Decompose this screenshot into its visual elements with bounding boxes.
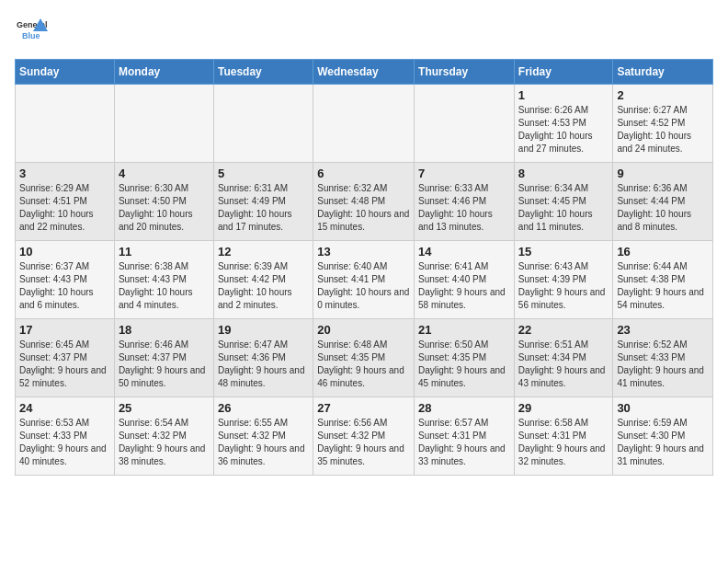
day-number: 21 [418,323,510,337]
day-info: Sunrise: 6:58 AM Sunset: 4:31 PM Dayligh… [518,417,609,468]
calendar-cell: 15Sunrise: 6:43 AM Sunset: 4:39 PM Dayli… [514,241,613,319]
calendar-week-row: 3Sunrise: 6:29 AM Sunset: 4:51 PM Daylig… [16,163,713,241]
day-info: Sunrise: 6:55 AM Sunset: 4:32 PM Dayligh… [218,417,309,468]
day-info: Sunrise: 6:30 AM Sunset: 4:50 PM Dayligh… [119,182,210,234]
calendar-week-row: 24Sunrise: 6:53 AM Sunset: 4:33 PM Dayli… [16,397,713,476]
day-info: Sunrise: 6:54 AM Sunset: 4:32 PM Dayligh… [119,417,210,468]
day-number: 17 [19,323,110,337]
day-number: 20 [317,323,410,337]
day-number: 28 [418,401,510,415]
day-number: 8 [518,167,609,180]
day-number: 13 [317,245,410,259]
day-number: 24 [19,401,110,415]
calendar-cell: 12Sunrise: 6:39 AM Sunset: 4:42 PM Dayli… [213,241,313,319]
day-number: 2 [617,88,709,102]
calendar-table: SundayMondayTuesdayWednesdayThursdayFrid… [15,59,713,476]
day-number: 5 [218,167,309,180]
day-info: Sunrise: 6:29 AM Sunset: 4:51 PM Dayligh… [19,182,110,234]
calendar-cell: 14Sunrise: 6:41 AM Sunset: 4:40 PM Dayli… [415,241,515,319]
calendar-cell [213,85,313,163]
calendar-cell: 17Sunrise: 6:45 AM Sunset: 4:37 PM Dayli… [16,319,115,397]
calendar-cell: 27Sunrise: 6:56 AM Sunset: 4:32 PM Dayli… [313,397,415,476]
day-number: 4 [119,167,210,180]
header-friday: Friday [514,60,613,85]
calendar-cell: 6Sunrise: 6:32 AM Sunset: 4:48 PM Daylig… [313,163,415,241]
day-number: 7 [418,167,510,180]
header-thursday: Thursday [415,60,515,85]
header-wednesday: Wednesday [313,60,415,85]
day-info: Sunrise: 6:56 AM Sunset: 4:32 PM Dayligh… [317,417,410,468]
calendar-week-row: 1Sunrise: 6:26 AM Sunset: 4:53 PM Daylig… [16,85,713,163]
day-info: Sunrise: 6:53 AM Sunset: 4:33 PM Dayligh… [19,417,110,468]
day-number: 30 [617,401,709,415]
day-info: Sunrise: 6:45 AM Sunset: 4:37 PM Dayligh… [19,339,110,390]
day-info: Sunrise: 6:32 AM Sunset: 4:48 PM Dayligh… [317,182,410,234]
day-number: 3 [19,167,110,180]
day-info: Sunrise: 6:59 AM Sunset: 4:30 PM Dayligh… [617,417,709,468]
day-number: 27 [317,401,410,415]
calendar-cell: 1Sunrise: 6:26 AM Sunset: 4:53 PM Daylig… [514,85,613,163]
calendar-cell: 11Sunrise: 6:38 AM Sunset: 4:43 PM Dayli… [114,241,213,319]
calendar-cell: 4Sunrise: 6:30 AM Sunset: 4:50 PM Daylig… [114,163,213,241]
day-info: Sunrise: 6:47 AM Sunset: 4:36 PM Dayligh… [218,339,309,390]
day-number: 10 [19,245,110,259]
calendar-cell: 24Sunrise: 6:53 AM Sunset: 4:33 PM Dayli… [16,397,115,476]
day-info: Sunrise: 6:43 AM Sunset: 4:39 PM Dayligh… [518,260,609,312]
header-sunday: Sunday [16,60,115,85]
day-info: Sunrise: 6:51 AM Sunset: 4:34 PM Dayligh… [518,339,609,390]
calendar-cell: 25Sunrise: 6:54 AM Sunset: 4:32 PM Dayli… [114,397,213,476]
day-info: Sunrise: 6:27 AM Sunset: 4:52 PM Dayligh… [617,104,709,155]
day-info: Sunrise: 6:46 AM Sunset: 4:37 PM Dayligh… [119,339,210,390]
calendar-cell: 3Sunrise: 6:29 AM Sunset: 4:51 PM Daylig… [16,163,115,241]
calendar-cell: 20Sunrise: 6:48 AM Sunset: 4:35 PM Dayli… [313,319,415,397]
calendar-cell: 23Sunrise: 6:52 AM Sunset: 4:33 PM Dayli… [613,319,713,397]
day-number: 11 [119,245,210,259]
calendar-cell: 30Sunrise: 6:59 AM Sunset: 4:30 PM Dayli… [613,397,713,476]
calendar-cell [313,85,415,163]
day-number: 9 [617,167,709,180]
calendar-cell: 10Sunrise: 6:37 AM Sunset: 4:43 PM Dayli… [16,241,115,319]
calendar-cell: 9Sunrise: 6:36 AM Sunset: 4:44 PM Daylig… [613,163,713,241]
calendar-cell: 26Sunrise: 6:55 AM Sunset: 4:32 PM Dayli… [213,397,313,476]
day-info: Sunrise: 6:48 AM Sunset: 4:35 PM Dayligh… [317,339,410,390]
day-number: 16 [617,245,709,259]
header-monday: Monday [114,60,213,85]
calendar-cell: 7Sunrise: 6:33 AM Sunset: 4:46 PM Daylig… [415,163,515,241]
page-header: General Blue [15,15,713,48]
day-number: 23 [617,323,709,337]
day-info: Sunrise: 6:41 AM Sunset: 4:40 PM Dayligh… [418,260,510,312]
calendar-week-row: 10Sunrise: 6:37 AM Sunset: 4:43 PM Dayli… [16,241,713,319]
day-info: Sunrise: 6:31 AM Sunset: 4:49 PM Dayligh… [218,182,309,234]
logo-icon: General Blue [15,15,48,48]
day-number: 1 [518,88,609,102]
day-info: Sunrise: 6:39 AM Sunset: 4:42 PM Dayligh… [218,260,309,312]
calendar-cell: 13Sunrise: 6:40 AM Sunset: 4:41 PM Dayli… [313,241,415,319]
calendar-cell: 18Sunrise: 6:46 AM Sunset: 4:37 PM Dayli… [114,319,213,397]
calendar-cell [415,85,515,163]
day-number: 15 [518,245,609,259]
header-tuesday: Tuesday [213,60,313,85]
calendar-cell: 29Sunrise: 6:58 AM Sunset: 4:31 PM Dayli… [514,397,613,476]
calendar-cell: 19Sunrise: 6:47 AM Sunset: 4:36 PM Dayli… [213,319,313,397]
svg-text:Blue: Blue [22,31,40,40]
day-number: 14 [418,245,510,259]
day-number: 6 [317,167,410,180]
calendar-cell: 21Sunrise: 6:50 AM Sunset: 4:35 PM Dayli… [415,319,515,397]
day-info: Sunrise: 6:26 AM Sunset: 4:53 PM Dayligh… [518,104,609,155]
calendar-cell: 2Sunrise: 6:27 AM Sunset: 4:52 PM Daylig… [613,85,713,163]
day-number: 26 [218,401,309,415]
day-number: 29 [518,401,609,415]
day-info: Sunrise: 6:52 AM Sunset: 4:33 PM Dayligh… [617,339,709,390]
day-info: Sunrise: 6:34 AM Sunset: 4:45 PM Dayligh… [518,182,609,234]
day-number: 19 [218,323,309,337]
calendar-cell [114,85,213,163]
day-info: Sunrise: 6:36 AM Sunset: 4:44 PM Dayligh… [617,182,709,234]
day-info: Sunrise: 6:40 AM Sunset: 4:41 PM Dayligh… [317,260,410,312]
day-number: 22 [518,323,609,337]
day-number: 18 [119,323,210,337]
day-number: 25 [119,401,210,415]
day-info: Sunrise: 6:37 AM Sunset: 4:43 PM Dayligh… [19,260,110,312]
calendar-cell: 22Sunrise: 6:51 AM Sunset: 4:34 PM Dayli… [514,319,613,397]
calendar-cell: 5Sunrise: 6:31 AM Sunset: 4:49 PM Daylig… [213,163,313,241]
day-info: Sunrise: 6:50 AM Sunset: 4:35 PM Dayligh… [418,339,510,390]
